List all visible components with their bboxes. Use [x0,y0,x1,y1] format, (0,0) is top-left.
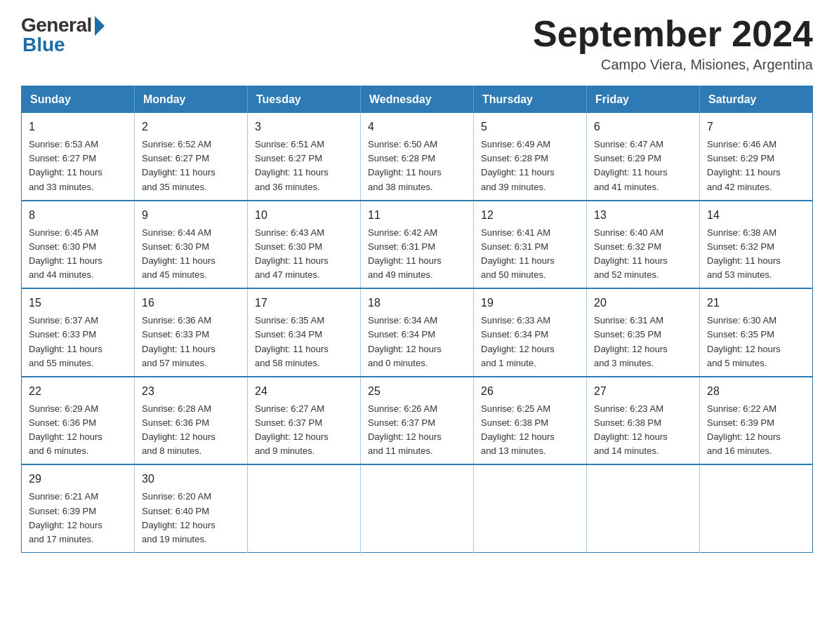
day-number: 12 [481,207,579,224]
day-number: 4 [368,119,466,135]
logo: General Blue [21,14,105,56]
calendar-cell: 2Sunrise: 6:52 AMSunset: 6:27 PMDaylight… [135,113,248,201]
day-number: 16 [142,295,240,311]
day-of-week-header: Tuesday [248,86,361,114]
day-info: Sunrise: 6:27 AMSunset: 6:37 PMDaylight:… [255,402,353,459]
day-number: 8 [29,207,127,224]
calendar-header-row: SundayMondayTuesdayWednesdayThursdayFrid… [22,86,813,114]
calendar-cell: 9Sunrise: 6:44 AMSunset: 6:30 PMDaylight… [135,201,248,289]
day-number: 24 [255,383,353,400]
day-number: 17 [255,295,353,311]
calendar-table: SundayMondayTuesdayWednesdayThursdayFrid… [21,86,813,553]
day-number: 2 [142,119,240,135]
day-info: Sunrise: 6:42 AMSunset: 6:31 PMDaylight:… [368,226,466,283]
day-number: 14 [707,207,805,224]
calendar-cell: 28Sunrise: 6:22 AMSunset: 6:39 PMDayligh… [700,377,813,465]
day-of-week-header: Sunday [22,86,135,114]
day-info: Sunrise: 6:21 AMSunset: 6:39 PMDaylight:… [29,490,127,546]
calendar-week-row: 1Sunrise: 6:53 AMSunset: 6:27 PMDaylight… [22,113,813,201]
calendar-cell: 13Sunrise: 6:40 AMSunset: 6:32 PMDayligh… [587,201,700,289]
calendar-cell: 3Sunrise: 6:51 AMSunset: 6:27 PMDaylight… [248,113,361,201]
calendar-cell [587,464,700,552]
day-info: Sunrise: 6:41 AMSunset: 6:31 PMDaylight:… [481,226,579,283]
day-of-week-header: Saturday [700,86,813,114]
calendar-cell: 20Sunrise: 6:31 AMSunset: 6:35 PMDayligh… [587,288,700,377]
day-info: Sunrise: 6:51 AMSunset: 6:27 PMDaylight:… [255,137,353,194]
calendar-cell: 1Sunrise: 6:53 AMSunset: 6:27 PMDaylight… [22,113,135,201]
day-info: Sunrise: 6:53 AMSunset: 6:27 PMDaylight:… [29,137,127,194]
day-of-week-header: Wednesday [361,86,474,114]
day-number: 23 [142,383,240,400]
calendar-cell: 16Sunrise: 6:36 AMSunset: 6:33 PMDayligh… [135,288,248,377]
day-info: Sunrise: 6:50 AMSunset: 6:28 PMDaylight:… [368,137,466,194]
day-info: Sunrise: 6:31 AMSunset: 6:35 PMDaylight:… [594,314,692,370]
day-number: 26 [481,383,579,400]
day-number: 1 [29,119,127,135]
day-of-week-header: Friday [587,86,700,114]
logo-triangle-icon [95,16,105,36]
subtitle: Campo Viera, Misiones, Argentina [533,57,813,73]
day-info: Sunrise: 6:29 AMSunset: 6:36 PMDaylight:… [29,402,127,459]
day-number: 21 [707,295,805,311]
calendar-cell: 22Sunrise: 6:29 AMSunset: 6:36 PMDayligh… [22,377,135,465]
calendar-week-row: 15Sunrise: 6:37 AMSunset: 6:33 PMDayligh… [22,288,813,377]
calendar-cell: 29Sunrise: 6:21 AMSunset: 6:39 PMDayligh… [22,464,135,552]
day-number: 22 [29,383,127,400]
calendar-cell: 10Sunrise: 6:43 AMSunset: 6:30 PMDayligh… [248,201,361,289]
calendar-cell [361,464,474,552]
day-info: Sunrise: 6:26 AMSunset: 6:37 PMDaylight:… [368,402,466,459]
day-number: 25 [368,383,466,400]
day-info: Sunrise: 6:30 AMSunset: 6:35 PMDaylight:… [707,314,805,370]
day-number: 18 [368,295,466,311]
day-number: 6 [594,119,692,135]
calendar-cell: 21Sunrise: 6:30 AMSunset: 6:35 PMDayligh… [700,288,813,377]
calendar-cell [474,464,587,552]
calendar-week-row: 22Sunrise: 6:29 AMSunset: 6:36 PMDayligh… [22,377,813,465]
calendar-week-row: 29Sunrise: 6:21 AMSunset: 6:39 PMDayligh… [22,464,813,552]
calendar-cell: 26Sunrise: 6:25 AMSunset: 6:38 PMDayligh… [474,377,587,465]
day-of-week-header: Thursday [474,86,587,114]
day-info: Sunrise: 6:52 AMSunset: 6:27 PMDaylight:… [142,137,240,194]
day-info: Sunrise: 6:36 AMSunset: 6:33 PMDaylight:… [142,314,240,370]
calendar-cell: 24Sunrise: 6:27 AMSunset: 6:37 PMDayligh… [248,377,361,465]
day-info: Sunrise: 6:35 AMSunset: 6:34 PMDaylight:… [255,314,353,370]
day-info: Sunrise: 6:34 AMSunset: 6:34 PMDaylight:… [368,314,466,370]
day-number: 7 [707,119,805,135]
calendar-week-row: 8Sunrise: 6:45 AMSunset: 6:30 PMDaylight… [22,201,813,289]
calendar-cell: 11Sunrise: 6:42 AMSunset: 6:31 PMDayligh… [361,201,474,289]
day-info: Sunrise: 6:20 AMSunset: 6:40 PMDaylight:… [142,490,240,546]
day-info: Sunrise: 6:40 AMSunset: 6:32 PMDaylight:… [594,226,692,283]
day-info: Sunrise: 6:25 AMSunset: 6:38 PMDaylight:… [481,402,579,459]
calendar-cell [700,464,813,552]
day-info: Sunrise: 6:38 AMSunset: 6:32 PMDaylight:… [707,226,805,283]
day-number: 10 [255,207,353,224]
day-number: 13 [594,207,692,224]
day-number: 9 [142,207,240,224]
day-number: 20 [594,295,692,311]
day-info: Sunrise: 6:46 AMSunset: 6:29 PMDaylight:… [707,137,805,194]
day-info: Sunrise: 6:43 AMSunset: 6:30 PMDaylight:… [255,226,353,283]
calendar-cell: 19Sunrise: 6:33 AMSunset: 6:34 PMDayligh… [474,288,587,377]
calendar-cell: 7Sunrise: 6:46 AMSunset: 6:29 PMDaylight… [700,113,813,201]
calendar-cell: 8Sunrise: 6:45 AMSunset: 6:30 PMDaylight… [22,201,135,289]
day-number: 5 [481,119,579,135]
day-number: 3 [255,119,353,135]
calendar-cell: 30Sunrise: 6:20 AMSunset: 6:40 PMDayligh… [135,464,248,552]
calendar-cell: 5Sunrise: 6:49 AMSunset: 6:28 PMDaylight… [474,113,587,201]
logo-blue-text: Blue [22,34,65,56]
calendar-cell: 18Sunrise: 6:34 AMSunset: 6:34 PMDayligh… [361,288,474,377]
calendar-cell: 12Sunrise: 6:41 AMSunset: 6:31 PMDayligh… [474,201,587,289]
calendar-cell [248,464,361,552]
calendar-cell: 14Sunrise: 6:38 AMSunset: 6:32 PMDayligh… [700,201,813,289]
day-number: 30 [142,471,240,488]
calendar-cell: 25Sunrise: 6:26 AMSunset: 6:37 PMDayligh… [361,377,474,465]
day-info: Sunrise: 6:44 AMSunset: 6:30 PMDaylight:… [142,226,240,283]
day-info: Sunrise: 6:28 AMSunset: 6:36 PMDaylight:… [142,402,240,459]
day-info: Sunrise: 6:45 AMSunset: 6:30 PMDaylight:… [29,226,127,283]
calendar-cell: 4Sunrise: 6:50 AMSunset: 6:28 PMDaylight… [361,113,474,201]
day-info: Sunrise: 6:33 AMSunset: 6:34 PMDaylight:… [481,314,579,370]
header: General Blue September 2024 Campo Viera,… [21,14,813,73]
title-area: September 2024 Campo Viera, Misiones, Ar… [533,14,813,73]
calendar-cell: 17Sunrise: 6:35 AMSunset: 6:34 PMDayligh… [248,288,361,377]
day-number: 27 [594,383,692,400]
